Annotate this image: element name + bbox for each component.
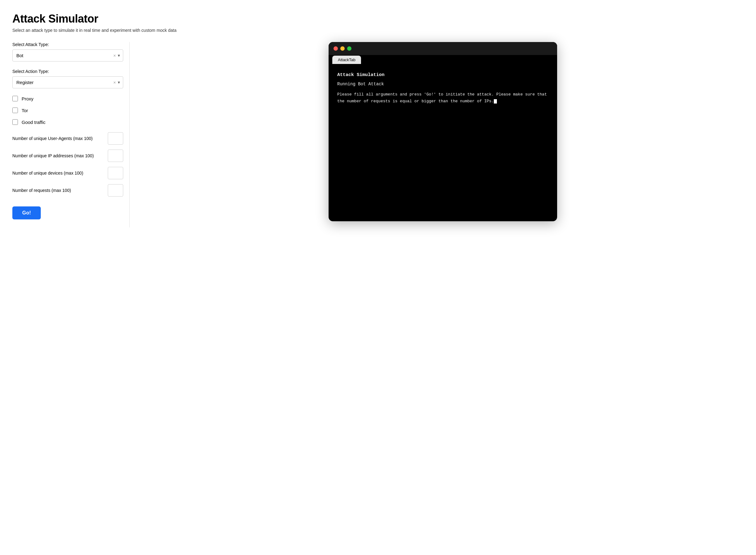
go-button[interactable]: Go! — [12, 206, 41, 219]
ip-addresses-label: Number of unique IP addresses (max 100) — [12, 153, 94, 158]
attack-tab[interactable]: AttackTab — [332, 56, 361, 64]
attack-type-group: Select Attack Type: Bot DDoS SQL Injecti… — [12, 42, 123, 61]
terminal-description: Please fill all arguments and press 'Go!… — [337, 91, 549, 105]
tor-checkbox-item: Tor — [12, 108, 123, 113]
page-subtitle: Select an attack type to simulate it in … — [12, 28, 744, 33]
terminal-tabs: AttackTab — [329, 56, 557, 64]
main-layout: Select Attack Type: Bot DDoS SQL Injecti… — [12, 42, 744, 227]
attack-type-select-wrapper: Bot DDoS SQL Injection × ▼ — [12, 49, 123, 61]
traffic-light-yellow[interactable] — [340, 46, 345, 51]
terminal-title: Attack Simulation — [337, 71, 549, 79]
tor-label[interactable]: Tor — [21, 108, 28, 113]
terminal-body: Attack Simulation Running Bot Attack Ple… — [329, 64, 557, 113]
left-panel: Select Attack Type: Bot DDoS SQL Injecti… — [12, 42, 130, 227]
devices-row: Number of unique devices (max 100) — [12, 167, 123, 179]
checkboxes-section: Proxy Tor Good traffic — [12, 96, 123, 125]
terminal-subtitle: Running Bot Attack — [337, 81, 549, 87]
devices-input[interactable] — [108, 167, 123, 179]
requests-row: Number of requests (max 100) — [12, 184, 123, 197]
good-traffic-checkbox-item: Good traffic — [12, 119, 123, 125]
action-type-group: Select Action Type: Register Login Check… — [12, 69, 123, 88]
attack-type-label: Select Attack Type: — [12, 42, 123, 47]
terminal-cursor — [494, 99, 497, 103]
user-agents-input[interactable] — [108, 132, 123, 144]
page-title: Attack Simulator — [12, 12, 744, 25]
user-agents-row: Number of unique User-Agents (max 100) — [12, 132, 123, 144]
action-type-clear-icon[interactable]: × — [113, 80, 116, 85]
number-fields-section: Number of unique User-Agents (max 100) N… — [12, 132, 123, 197]
attack-type-clear-icon[interactable]: × — [113, 53, 116, 58]
good-traffic-label[interactable]: Good traffic — [21, 120, 45, 125]
proxy-checkbox-item: Proxy — [12, 96, 123, 101]
requests-input[interactable] — [108, 184, 123, 197]
action-type-label: Select Action Type: — [12, 69, 123, 74]
traffic-light-green[interactable] — [347, 46, 351, 51]
action-type-select-wrapper: Register Login Checkout × ▼ — [12, 76, 123, 88]
attack-type-select[interactable]: Bot DDoS SQL Injection — [12, 49, 123, 61]
ip-addresses-input[interactable] — [108, 150, 123, 162]
tor-checkbox[interactable] — [12, 108, 18, 113]
good-traffic-checkbox[interactable] — [12, 119, 18, 125]
requests-label: Number of requests (max 100) — [12, 188, 71, 193]
terminal-titlebar — [329, 42, 557, 55]
user-agents-label: Number of unique User-Agents (max 100) — [12, 136, 93, 141]
right-panel: AttackTab Attack Simulation Running Bot … — [142, 42, 744, 221]
ip-addresses-row: Number of unique IP addresses (max 100) — [12, 150, 123, 162]
action-type-select[interactable]: Register Login Checkout — [12, 76, 123, 88]
traffic-light-red[interactable] — [334, 46, 338, 51]
proxy-label[interactable]: Proxy — [21, 96, 33, 101]
devices-label: Number of unique devices (max 100) — [12, 171, 83, 175]
terminal-window: AttackTab Attack Simulation Running Bot … — [329, 42, 557, 221]
proxy-checkbox[interactable] — [12, 96, 18, 101]
